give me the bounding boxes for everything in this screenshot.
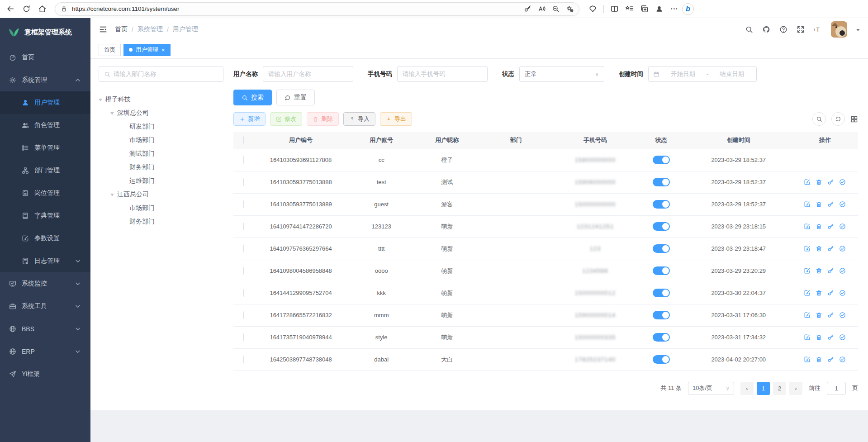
row-checkbox[interactable]: [243, 156, 244, 164]
tab-user-management[interactable]: 用户管理×: [123, 44, 171, 56]
user-avatar[interactable]: [831, 21, 847, 38]
back-icon[interactable]: [6, 5, 15, 13]
edit-icon[interactable]: [804, 223, 811, 230]
sidebar-item-log-management[interactable]: 日志管理: [0, 250, 90, 272]
sidebar-item-role-management[interactable]: 角色管理: [0, 114, 90, 137]
status-toggle[interactable]: [653, 289, 670, 297]
dept-search-input[interactable]: [114, 71, 218, 77]
export-button[interactable]: 导出: [380, 112, 412, 126]
assign-role-icon[interactable]: [839, 356, 846, 363]
date-start-placeholder[interactable]: 开始日期: [663, 70, 703, 78]
edit-icon[interactable]: [804, 245, 811, 252]
next-page-button[interactable]: ›: [789, 382, 802, 395]
tree-node[interactable]: 测试部门: [99, 147, 223, 161]
row-checkbox[interactable]: [243, 200, 244, 208]
text-size-icon[interactable]: tT: [814, 25, 822, 33]
sidebar-item-bbs[interactable]: BBS: [0, 318, 90, 340]
tree-node[interactable]: 财务部门: [99, 161, 223, 174]
trash-icon[interactable]: [816, 334, 822, 341]
sidebar-item-menu-management[interactable]: 菜单管理: [0, 137, 90, 159]
edit-icon[interactable]: [804, 334, 811, 341]
page-size-select[interactable]: 10条/页 ∨: [688, 382, 734, 395]
select-all-checkbox[interactable]: [243, 136, 244, 144]
sidebar-item-dept-management[interactable]: 部门管理: [0, 159, 90, 182]
breadcrumb-item[interactable]: 首页: [115, 25, 128, 33]
row-checkbox[interactable]: [243, 245, 244, 252]
assign-role-icon[interactable]: [839, 223, 846, 230]
status-select[interactable]: 正常 ∨: [519, 66, 604, 82]
sidebar-item-erp[interactable]: ERP: [0, 340, 90, 363]
tree-node[interactable]: 运维部门: [99, 174, 223, 188]
tree-node[interactable]: 橙子科技: [99, 93, 223, 106]
trash-icon[interactable]: [816, 201, 822, 208]
tab-home[interactable]: 首页: [99, 44, 121, 56]
assign-role-icon[interactable]: [839, 245, 846, 252]
key-icon[interactable]: [827, 179, 834, 185]
toggle-search-button[interactable]: [812, 112, 826, 126]
home-icon[interactable]: [38, 5, 47, 13]
profile-icon[interactable]: [655, 5, 664, 13]
date-end-placeholder[interactable]: 结束日期: [712, 70, 752, 78]
status-toggle[interactable]: [653, 311, 670, 319]
tree-node[interactable]: 深圳总公司: [99, 106, 223, 120]
goto-page-input[interactable]: [827, 382, 846, 395]
search-button[interactable]: 搜索: [233, 90, 272, 105]
favorites-bar-icon[interactable]: [625, 5, 634, 13]
fullscreen-icon[interactable]: [797, 25, 805, 33]
status-toggle[interactable]: [653, 222, 670, 231]
collections-icon[interactable]: [640, 5, 649, 13]
sidebar-item-user-management[interactable]: 用户管理: [0, 91, 90, 114]
row-checkbox[interactable]: [243, 267, 244, 275]
date-range-picker[interactable]: 开始日期 - 结束日期: [648, 66, 757, 82]
tree-node[interactable]: 研发部门: [99, 120, 223, 133]
address-bar[interactable]: https://ccnetcore.com:1101/system/user: [55, 2, 579, 16]
search-icon[interactable]: [745, 25, 753, 33]
edit-icon[interactable]: [804, 201, 811, 208]
sidebar-item-system-tools[interactable]: 系统工具: [0, 295, 90, 318]
delete-button[interactable]: 删除: [307, 112, 339, 126]
row-checkbox[interactable]: [243, 289, 244, 297]
status-toggle[interactable]: [653, 244, 670, 253]
edit-icon[interactable]: [804, 312, 811, 318]
key-icon[interactable]: [827, 223, 834, 230]
page-button-1[interactable]: 1: [757, 382, 770, 395]
assign-role-icon[interactable]: [839, 201, 846, 208]
key-icon[interactable]: [827, 356, 834, 363]
zoom-out-icon[interactable]: [552, 5, 560, 13]
assign-role-icon[interactable]: [839, 334, 846, 341]
avatar-dropdown-caret[interactable]: [856, 29, 860, 33]
edit-icon[interactable]: [804, 179, 811, 185]
sidebar-item-post-management[interactable]: 岗位管理: [0, 182, 90, 204]
read-aloud-icon[interactable]: [538, 5, 545, 13]
assign-role-icon[interactable]: [839, 290, 846, 296]
trash-icon[interactable]: [816, 267, 822, 274]
row-checkbox[interactable]: [243, 356, 244, 363]
assign-role-icon[interactable]: [839, 179, 846, 185]
key-icon[interactable]: [827, 201, 834, 208]
edit-icon[interactable]: [804, 267, 811, 274]
assign-role-icon[interactable]: [839, 312, 846, 318]
trash-icon[interactable]: [816, 245, 822, 252]
breadcrumb-item[interactable]: 系统管理: [138, 25, 163, 33]
close-tab-icon[interactable]: ×: [161, 47, 165, 53]
sidebar-item-dict-management[interactable]: 字典管理: [0, 204, 90, 227]
tree-node[interactable]: 江西总公司: [99, 188, 223, 201]
split-screen-icon[interactable]: [610, 5, 619, 13]
key-icon[interactable]: [827, 290, 834, 296]
status-toggle[interactable]: [653, 266, 670, 275]
bing-chat-icon[interactable]: b: [682, 3, 694, 15]
status-toggle[interactable]: [653, 156, 670, 164]
sidebar-item-param-settings[interactable]: 参数设置: [0, 227, 90, 250]
key-icon[interactable]: [827, 245, 834, 252]
favorite-add-icon[interactable]: [566, 5, 574, 13]
trash-icon[interactable]: [816, 312, 822, 318]
sidebar-item-home[interactable]: 首页: [0, 46, 90, 69]
trash-icon[interactable]: [816, 223, 822, 230]
assign-role-icon[interactable]: [839, 267, 846, 274]
trash-icon[interactable]: [816, 356, 822, 363]
status-toggle[interactable]: [653, 355, 670, 364]
trash-icon[interactable]: [816, 179, 822, 185]
prev-page-button[interactable]: ‹: [740, 382, 754, 395]
key-icon[interactable]: [827, 267, 834, 274]
reset-button[interactable]: 重置: [276, 90, 315, 105]
